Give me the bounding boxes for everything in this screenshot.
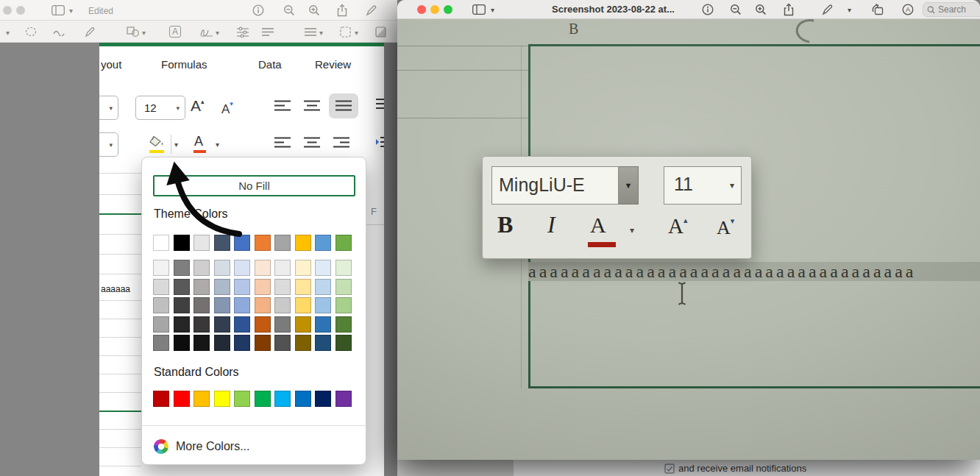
color-swatch[interactable] — [255, 335, 271, 351]
font-color-button[interactable]: A ▾ — [189, 132, 227, 157]
draw-icon[interactable] — [84, 26, 95, 38]
color-swatch[interactable] — [193, 297, 210, 313]
selection-tool-icon[interactable] — [25, 26, 37, 37]
color-swatch[interactable] — [214, 279, 230, 295]
info-icon[interactable] — [252, 4, 264, 16]
color-swatch[interactable] — [234, 335, 250, 351]
color-swatch[interactable] — [174, 335, 190, 351]
color-swatch[interactable] — [295, 316, 311, 333]
color-swatch[interactable] — [274, 391, 291, 407]
reorder-icon[interactable] — [305, 27, 316, 37]
color-swatch[interactable] — [315, 297, 331, 313]
color-swatch[interactable] — [174, 297, 190, 313]
zoom-in-icon[interactable] — [308, 4, 320, 16]
increase-font-size-button[interactable]: A▴ — [191, 97, 205, 115]
color-swatch[interactable] — [335, 391, 352, 407]
wrap-text-icon-clipped[interactable] — [376, 97, 384, 110]
sign-icon[interactable] — [200, 28, 213, 37]
chevron-down-icon[interactable]: ▾ — [216, 141, 219, 149]
zoom-out-icon[interactable] — [283, 4, 295, 16]
color-swatch[interactable] — [315, 279, 331, 295]
chevron-down-icon[interactable]: ▾ — [319, 29, 323, 37]
color-swatch[interactable] — [255, 279, 271, 295]
share-icon[interactable] — [783, 3, 795, 16]
color-swatch[interactable] — [234, 297, 250, 313]
zoom-in-icon[interactable] — [755, 4, 767, 15]
chevron-down-icon[interactable]: ▾ — [142, 29, 146, 37]
more-colors-option[interactable]: More Colors... — [154, 436, 249, 458]
color-swatch[interactable] — [295, 335, 311, 351]
color-swatch[interactable] — [193, 260, 210, 276]
color-swatch[interactable] — [335, 279, 352, 295]
color-swatch[interactable] — [174, 391, 190, 407]
color-swatch[interactable] — [315, 316, 331, 333]
chevron-down-icon[interactable]: ▾ — [6, 29, 10, 37]
italic-button[interactable]: I — [547, 211, 555, 238]
sidebar-toggle-icon[interactable] — [472, 4, 486, 15]
chevron-down-icon[interactable]: ▾ — [848, 7, 851, 14]
color-swatch[interactable] — [274, 260, 291, 276]
zoom-out-icon[interactable] — [730, 4, 742, 15]
color-swatch[interactable] — [174, 260, 190, 276]
tab-layout[interactable]: yout — [101, 58, 121, 71]
color-swatch[interactable] — [153, 297, 169, 313]
color-swatch[interactable] — [234, 260, 250, 276]
color-swatch[interactable] — [274, 335, 291, 351]
shapes-icon[interactable] — [127, 26, 140, 37]
color-swatch[interactable] — [255, 235, 271, 251]
indent-icon-clipped[interactable] — [376, 135, 384, 149]
chevron-down-icon[interactable]: ▾ — [216, 29, 219, 37]
color-swatch[interactable] — [193, 316, 210, 333]
color-swatch[interactable] — [214, 316, 230, 333]
color-swatch[interactable] — [274, 297, 291, 313]
font-name-combo[interactable]: MingLiU-E ▼ — [491, 166, 639, 205]
decrease-font-size-button[interactable]: A▾ — [717, 216, 734, 239]
rotate-left-icon[interactable] — [871, 4, 884, 15]
align-bottom-button-selected[interactable] — [329, 93, 358, 118]
chevron-down-icon[interactable]: ▾ — [174, 141, 178, 149]
font-color-button[interactable]: A — [590, 213, 606, 238]
color-swatch[interactable] — [214, 297, 230, 313]
color-swatch[interactable] — [315, 335, 331, 351]
color-swatch[interactable] — [234, 279, 250, 295]
chevron-down-icon[interactable]: ▼ — [619, 166, 639, 205]
color-swatch[interactable] — [315, 391, 331, 407]
align-top-icon[interactable] — [274, 100, 291, 113]
tab-formulas[interactable]: Formulas — [161, 58, 207, 71]
font-size-combo[interactable]: 12 ▾ — [135, 96, 185, 120]
chevron-down-icon[interactable]: ▾ — [491, 7, 494, 14]
font-size-combo[interactable]: 11 ▾ — [664, 166, 742, 205]
color-swatch[interactable] — [193, 279, 210, 295]
sketch-icon[interactable] — [53, 29, 66, 36]
decrease-font-size-button[interactable]: A▾ — [221, 100, 233, 117]
traffic-light-inactive-icon[interactable] — [16, 6, 25, 15]
fill-color-button[interactable]: ▾ — [145, 132, 183, 157]
chevron-down-icon[interactable]: ▾ — [630, 226, 634, 235]
color-swatch[interactable] — [174, 279, 190, 295]
tab-review[interactable]: Review — [315, 58, 351, 71]
checkbox-checked-icon[interactable] — [664, 463, 675, 474]
sidebar-toggle-icon[interactable] — [52, 5, 65, 15]
align-middle-icon[interactable] — [304, 100, 320, 113]
color-swatch[interactable] — [214, 260, 230, 276]
color-swatch[interactable] — [234, 391, 250, 407]
align-center-icon[interactable] — [304, 137, 320, 149]
color-swatch[interactable] — [255, 316, 271, 333]
color-swatch[interactable] — [315, 260, 331, 276]
color-swatch[interactable] — [193, 335, 210, 351]
chevron-down-icon[interactable]: ▾ — [355, 29, 358, 37]
color-swatch[interactable] — [335, 260, 352, 276]
color-swatch[interactable] — [214, 391, 230, 407]
color-swatch[interactable] — [315, 235, 331, 251]
close-button[interactable] — [417, 5, 426, 14]
color-swatch[interactable] — [255, 297, 271, 313]
markup-pen-icon[interactable] — [821, 4, 833, 15]
color-swatch[interactable] — [295, 297, 311, 313]
color-swatch[interactable] — [295, 260, 311, 276]
color-swatch[interactable] — [153, 316, 169, 333]
share-icon[interactable] — [336, 4, 348, 17]
align-left-icon[interactable] — [274, 137, 291, 149]
color-swatch[interactable] — [274, 279, 291, 295]
minimize-button[interactable] — [430, 5, 439, 14]
color-swatch[interactable] — [234, 316, 250, 333]
